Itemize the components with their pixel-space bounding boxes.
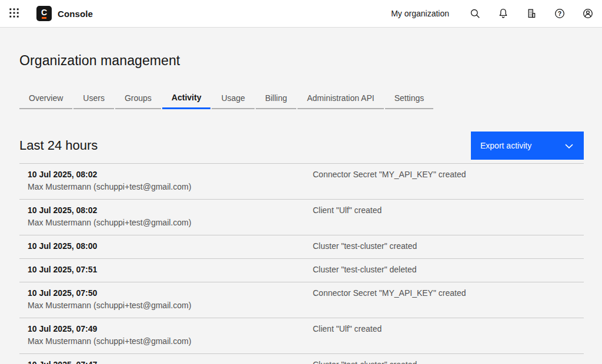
activity-row: 10 Jul 2025, 07:47 Cluster "test-cluster… [19, 353, 584, 364]
activity-event: Cluster "test-cluster" created [313, 240, 584, 252]
activity-timestamp: 10 Jul 2025, 07:51 [28, 264, 313, 276]
user-avatar-icon [582, 8, 594, 19]
bell-icon [497, 8, 509, 19]
notifications-button[interactable] [489, 0, 517, 27]
app-switcher-button[interactable] [0, 0, 28, 27]
activity-user: Max Mustermann (schuppi+test@gmail.com) [28, 335, 313, 348]
tab-users[interactable]: Users [73, 87, 114, 109]
profile-button[interactable] [574, 0, 602, 27]
tab-groups[interactable]: Groups [115, 87, 161, 109]
tab-settings[interactable]: Settings [385, 87, 434, 109]
tab-bar: Overview Users Groups Activity Usage Bil… [19, 87, 584, 109]
camunda-logo-orange-bar [42, 17, 46, 19]
search-icon [469, 8, 481, 19]
camunda-logo: C [36, 6, 52, 21]
help-icon: ? [554, 8, 566, 19]
camunda-logo-letter: C [41, 9, 47, 16]
tab-activity[interactable]: Activity [162, 87, 211, 109]
activity-timestamp: 10 Jul 2025, 07:49 [28, 323, 313, 335]
export-activity-label: Export activity [480, 141, 531, 150]
help-button[interactable]: ? [546, 0, 574, 27]
export-activity-button[interactable]: Export activity [471, 132, 584, 160]
activity-row: 10 Jul 2025, 08:00 Cluster "test-cluster… [19, 235, 584, 258]
activity-event: Client "Ulf" created [313, 204, 584, 229]
activity-user: Max Mustermann (schuppi+test@gmail.com) [28, 181, 313, 193]
tab-overview[interactable]: Overview [19, 87, 72, 109]
tab-billing[interactable]: Billing [256, 87, 296, 109]
top-header-bar: C Console My organization [0, 0, 602, 28]
activity-event: Connector Secret "MY_API_KEY" created [313, 287, 584, 312]
page-title: Organization management [19, 28, 584, 69]
tab-usage[interactable]: Usage [212, 87, 254, 109]
organization-name[interactable]: My organization [391, 9, 449, 18]
activity-user: Max Mustermann (schuppi+test@gmail.com) [28, 217, 313, 229]
activity-timestamp: 10 Jul 2025, 08:00 [28, 240, 313, 252]
activity-user: Max Mustermann (schuppi+test@gmail.com) [28, 299, 313, 312]
activity-event: Client "Ulf" created [313, 323, 584, 348]
app-name: Console [58, 9, 93, 19]
activity-timestamp: 10 Jul 2025, 07:47 [28, 359, 313, 364]
activity-row: 10 Jul 2025, 07:49 Max Mustermann (schup… [19, 318, 584, 353]
activity-row: 10 Jul 2025, 07:51 Cluster "test-cluster… [19, 258, 584, 282]
section-heading: Last 24 hours [19, 138, 98, 153]
activity-event: Connector Secret "MY_API_KEY" created [313, 168, 584, 193]
activity-timestamp: 10 Jul 2025, 07:50 [28, 287, 313, 299]
search-button[interactable] [461, 0, 489, 27]
activity-timestamp: 10 Jul 2025, 08:02 [28, 204, 313, 217]
activity-row: 10 Jul 2025, 08:02 Max Mustermann (schup… [19, 163, 584, 199]
chevron-down-icon [565, 141, 573, 150]
tab-administration-api[interactable]: Administration API [297, 87, 383, 109]
activity-timestamp: 10 Jul 2025, 08:02 [28, 168, 313, 181]
activity-event: Cluster "test-cluster" created [313, 359, 584, 364]
activity-list: 10 Jul 2025, 08:02 Max Mustermann (schup… [19, 163, 584, 364]
organizations-button[interactable] [517, 0, 546, 27]
app-switcher-icon [9, 8, 19, 20]
svg-text:?: ? [558, 10, 561, 17]
activity-row: 10 Jul 2025, 07:50 Max Mustermann (schup… [19, 282, 584, 318]
activity-section-header: Last 24 hours Export activity [19, 132, 584, 160]
building-icon [526, 8, 537, 19]
header-actions: My organization [391, 0, 602, 27]
activity-row: 10 Jul 2025, 08:02 Max Mustermann (schup… [19, 199, 584, 235]
main-content: Organization management Overview Users G… [0, 28, 602, 364]
activity-event: Cluster "test-cluster" deleted [313, 264, 584, 276]
